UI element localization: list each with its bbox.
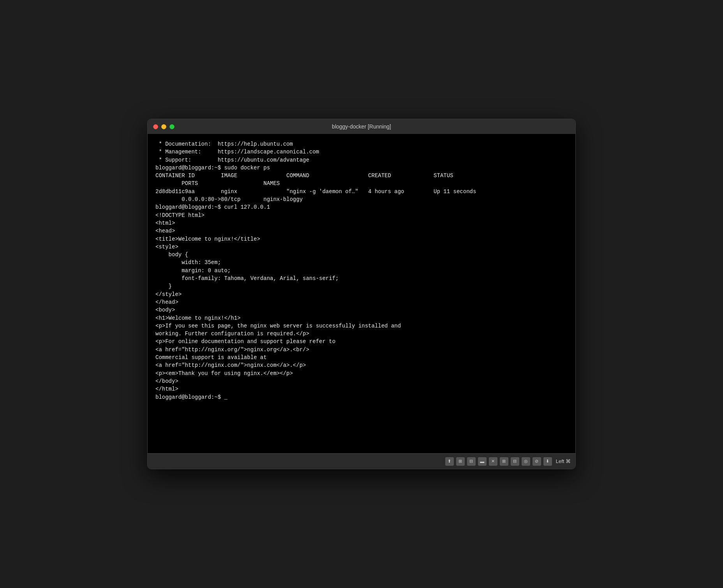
taskbar-label: Left ⌘	[556, 458, 571, 464]
titlebar: bloggy-docker [Running]	[148, 119, 575, 134]
taskbar-icon-2[interactable]: ⊞	[456, 457, 465, 466]
taskbar-icon-3[interactable]: ⊟	[467, 457, 476, 466]
terminal-line: width: 35em;	[155, 259, 568, 266]
terminal-line: <p>For online documentation and support …	[155, 338, 568, 345]
taskbar-icon-10[interactable]: ⬇	[543, 457, 552, 466]
terminal-line: <body>	[155, 306, 568, 314]
terminal-line: margin: 0 auto;	[155, 267, 568, 275]
terminal-line: <p>If you see this page, the nginx web s…	[155, 322, 568, 330]
terminal-line: <p><em>Thank you for using nginx.</em></…	[155, 370, 568, 377]
taskbar-icon-4[interactable]: ▬	[478, 457, 487, 466]
taskbar: ⬆ ⊞ ⊟ ▬ ✕ ⊞ ⊟ ◎ ⊘ ⬇ Left ⌘	[148, 453, 575, 469]
terminal-line: CONTAINER ID IMAGE COMMAND CREATED STATU…	[155, 172, 568, 180]
terminal-line: <!DOCTYPE html>	[155, 211, 568, 219]
terminal-line: </html>	[155, 385, 568, 393]
terminal-line: <h1>Welcome to nginx!</h1>	[155, 314, 568, 322]
terminal-line: * Support: https://ubuntu.com/advantage	[155, 156, 568, 164]
terminal-line: bloggard@bloggard:~$ _	[155, 393, 568, 401]
terminal-line: 2d8dbd11c9aa nginx "nginx -g 'daemon of……	[155, 188, 568, 195]
window-title: bloggy-docker [Running]	[332, 123, 391, 130]
terminal-window: bloggy-docker [Running] * Documentation:…	[147, 119, 576, 469]
terminal-line: <a href="http://nginx.com/">nginx.com</a…	[155, 361, 568, 369]
terminal-line: Commercial support is available at	[155, 354, 568, 361]
terminal-line: <style>	[155, 243, 568, 251]
minimize-button[interactable]	[161, 124, 166, 129]
terminal-line: * Documentation: https://help.ubuntu.com	[155, 140, 568, 148]
taskbar-icon-9[interactable]: ⊘	[533, 457, 541, 466]
terminal-line: * Management: https://landscape.canonica…	[155, 148, 568, 156]
terminal-line: </body>	[155, 377, 568, 385]
terminal-line: }	[155, 282, 568, 290]
close-button[interactable]	[153, 124, 158, 129]
terminal-line: font-family: Tahoma, Verdana, Arial, san…	[155, 275, 568, 282]
terminal-line: <a href="http://nginx.org/">nginx.org</a…	[155, 346, 568, 354]
taskbar-icon-5[interactable]: ✕	[489, 457, 497, 466]
terminal-line: </style>	[155, 290, 568, 298]
terminal-line: PORTS NAMES	[155, 180, 568, 187]
taskbar-icon-6[interactable]: ⊞	[500, 457, 508, 466]
taskbar-icon-8[interactable]: ◎	[522, 457, 530, 466]
maximize-button[interactable]	[169, 124, 175, 129]
terminal-line: <html>	[155, 219, 568, 227]
traffic-lights	[153, 124, 175, 129]
terminal-line: body {	[155, 251, 568, 259]
terminal-body[interactable]: * Documentation: https://help.ubuntu.com…	[148, 134, 575, 453]
taskbar-icon-7[interactable]: ⊟	[511, 457, 519, 466]
terminal-line: <head>	[155, 227, 568, 235]
taskbar-icon-1[interactable]: ⬆	[445, 457, 454, 466]
terminal-line: bloggard@bloggard:~$ sudo docker ps	[155, 164, 568, 172]
terminal-line: 0.0.0.0:80->80/tcp nginx-bloggy	[155, 195, 568, 203]
terminal-line: <title>Welcome to nginx!</title>	[155, 235, 568, 243]
terminal-line: working. Further configuration is requir…	[155, 330, 568, 338]
terminal-line: </head>	[155, 298, 568, 306]
terminal-line: bloggard@bloggard:~$ curl 127.0.0.1	[155, 203, 568, 211]
